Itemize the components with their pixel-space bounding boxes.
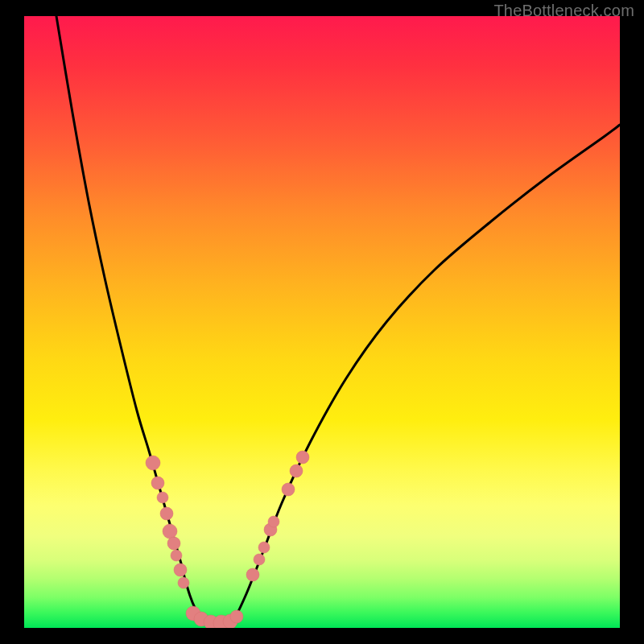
- data-point: [290, 464, 303, 477]
- watermark-text: TheBottleneck.com: [493, 2, 634, 20]
- data-point: [296, 451, 309, 464]
- chart-frame: TheBottleneck.com: [0, 0, 644, 644]
- data-point: [258, 542, 270, 553]
- data-point: [254, 554, 265, 565]
- data-point: [268, 516, 279, 527]
- curve-svg: [24, 16, 620, 628]
- data-point: [246, 568, 259, 581]
- data-point: [160, 507, 173, 520]
- data-point: [171, 550, 182, 561]
- data-point: [167, 537, 180, 550]
- data-point: [174, 564, 187, 576]
- data-point: [230, 610, 243, 623]
- plot-area: [24, 16, 620, 628]
- data-point: [178, 577, 189, 588]
- data-point: [163, 524, 177, 539]
- bottleneck-curve: [56, 16, 620, 623]
- scatter-points: [146, 451, 309, 628]
- data-point: [157, 492, 168, 503]
- data-point: [151, 477, 164, 489]
- data-point: [146, 456, 160, 470]
- data-point: [282, 483, 295, 496]
